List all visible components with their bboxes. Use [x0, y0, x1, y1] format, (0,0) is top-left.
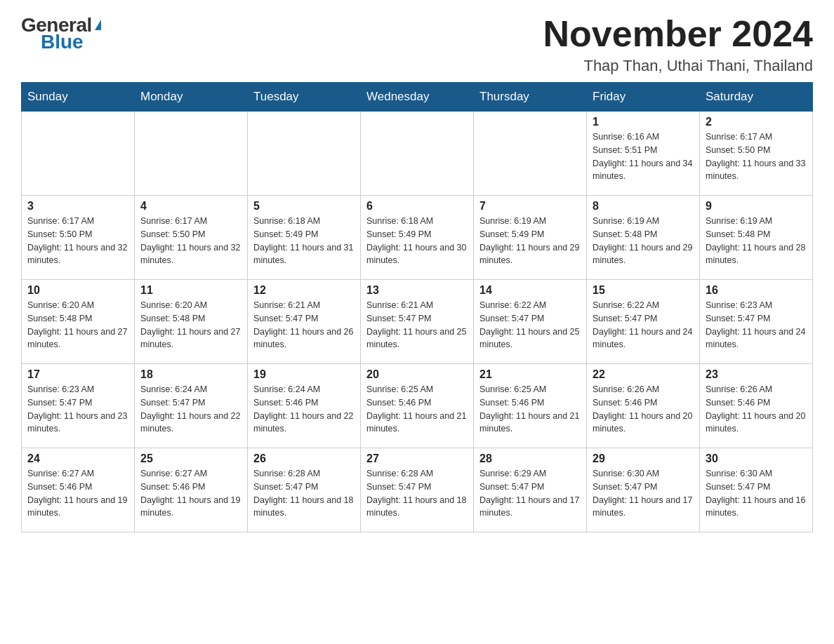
calendar-cell: 21Sunrise: 6:25 AMSunset: 5:46 PMDayligh… [474, 364, 587, 448]
day-sun-info: Sunrise: 6:23 AMSunset: 5:47 PMDaylight:… [27, 383, 128, 436]
calendar-cell: 30Sunrise: 6:30 AMSunset: 5:47 PMDayligh… [700, 448, 813, 532]
day-number: 14 [479, 284, 581, 297]
day-sun-info: Sunrise: 6:25 AMSunset: 5:46 PMDaylight:… [366, 383, 468, 436]
day-sun-info: Sunrise: 6:18 AMSunset: 5:49 PMDaylight:… [366, 215, 468, 267]
day-sun-info: Sunrise: 6:23 AMSunset: 5:47 PMDaylight:… [706, 299, 807, 351]
week-row-4: 17Sunrise: 6:23 AMSunset: 5:47 PMDayligh… [22, 364, 813, 448]
day-sun-info: Sunrise: 6:16 AMSunset: 5:51 PMDaylight:… [593, 130, 694, 183]
calendar-cell: 1Sunrise: 6:16 AMSunset: 5:51 PMDaylight… [587, 112, 700, 196]
logo-triangle-icon [95, 20, 101, 30]
calendar-cell: 8Sunrise: 6:19 AMSunset: 5:48 PMDaylight… [587, 196, 700, 280]
day-sun-info: Sunrise: 6:17 AMSunset: 5:50 PMDaylight:… [140, 215, 241, 267]
calendar-cell: 2Sunrise: 6:17 AMSunset: 5:50 PMDaylight… [700, 112, 813, 196]
calendar-cell [248, 112, 361, 196]
day-sun-info: Sunrise: 6:26 AMSunset: 5:46 PMDaylight:… [593, 383, 694, 436]
week-row-1: 1Sunrise: 6:16 AMSunset: 5:51 PMDaylight… [22, 112, 813, 196]
day-sun-info: Sunrise: 6:22 AMSunset: 5:47 PMDaylight:… [479, 299, 581, 351]
day-sun-info: Sunrise: 6:25 AMSunset: 5:46 PMDaylight:… [479, 383, 581, 436]
calendar-table: SundayMondayTuesdayWednesdayThursdayFrid… [21, 82, 813, 532]
day-sun-info: Sunrise: 6:18 AMSunset: 5:49 PMDaylight:… [253, 215, 355, 267]
calendar-cell: 11Sunrise: 6:20 AMSunset: 5:48 PMDayligh… [135, 280, 248, 364]
calendar-cell [135, 112, 248, 196]
calendar-cell: 6Sunrise: 6:18 AMSunset: 5:49 PMDaylight… [361, 196, 474, 280]
day-sun-info: Sunrise: 6:20 AMSunset: 5:48 PMDaylight:… [27, 299, 128, 351]
calendar-cell: 27Sunrise: 6:28 AMSunset: 5:47 PMDayligh… [361, 448, 474, 532]
header-tuesday: Tuesday [248, 83, 361, 112]
calendar-cell: 22Sunrise: 6:26 AMSunset: 5:46 PMDayligh… [587, 364, 700, 448]
calendar-cell: 20Sunrise: 6:25 AMSunset: 5:46 PMDayligh… [361, 364, 474, 448]
day-sun-info: Sunrise: 6:17 AMSunset: 5:50 PMDaylight:… [706, 130, 807, 183]
day-sun-info: Sunrise: 6:27 AMSunset: 5:46 PMDaylight:… [140, 467, 241, 520]
week-row-3: 10Sunrise: 6:20 AMSunset: 5:48 PMDayligh… [22, 280, 813, 364]
calendar-cell: 15Sunrise: 6:22 AMSunset: 5:47 PMDayligh… [587, 280, 700, 364]
calendar-cell: 24Sunrise: 6:27 AMSunset: 5:46 PMDayligh… [22, 448, 135, 532]
calendar-cell: 9Sunrise: 6:19 AMSunset: 5:48 PMDaylight… [700, 196, 813, 280]
calendar-cell: 19Sunrise: 6:24 AMSunset: 5:46 PMDayligh… [248, 364, 361, 448]
day-sun-info: Sunrise: 6:29 AMSunset: 5:47 PMDaylight:… [479, 467, 581, 520]
calendar-cell [22, 112, 135, 196]
day-number: 22 [593, 368, 694, 381]
day-number: 20 [366, 368, 468, 381]
header-friday: Friday [587, 83, 700, 112]
day-number: 18 [140, 368, 241, 381]
day-number: 26 [253, 452, 355, 465]
day-sun-info: Sunrise: 6:28 AMSunset: 5:47 PMDaylight:… [253, 467, 355, 520]
day-sun-info: Sunrise: 6:17 AMSunset: 5:50 PMDaylight:… [27, 215, 128, 267]
day-sun-info: Sunrise: 6:22 AMSunset: 5:47 PMDaylight:… [593, 299, 694, 351]
day-number: 29 [593, 452, 694, 465]
calendar-body: 1Sunrise: 6:16 AMSunset: 5:51 PMDaylight… [22, 112, 813, 532]
day-number: 7 [479, 200, 581, 213]
day-number: 8 [593, 200, 694, 213]
day-number: 10 [27, 284, 128, 297]
day-number: 5 [253, 200, 355, 213]
calendar-header: SundayMondayTuesdayWednesdayThursdayFrid… [22, 83, 813, 112]
day-sun-info: Sunrise: 6:24 AMSunset: 5:46 PMDaylight:… [253, 383, 355, 436]
calendar-cell: 5Sunrise: 6:18 AMSunset: 5:49 PMDaylight… [248, 196, 361, 280]
day-sun-info: Sunrise: 6:27 AMSunset: 5:46 PMDaylight:… [27, 467, 128, 520]
day-sun-info: Sunrise: 6:19 AMSunset: 5:48 PMDaylight:… [706, 215, 807, 267]
calendar-cell [474, 112, 587, 196]
calendar-cell: 26Sunrise: 6:28 AMSunset: 5:47 PMDayligh… [248, 448, 361, 532]
day-sun-info: Sunrise: 6:28 AMSunset: 5:47 PMDaylight:… [366, 467, 468, 520]
day-number: 17 [27, 368, 128, 381]
day-number: 12 [253, 284, 355, 297]
calendar-cell: 3Sunrise: 6:17 AMSunset: 5:50 PMDaylight… [22, 196, 135, 280]
calendar-cell: 16Sunrise: 6:23 AMSunset: 5:47 PMDayligh… [700, 280, 813, 364]
week-row-5: 24Sunrise: 6:27 AMSunset: 5:46 PMDayligh… [22, 448, 813, 532]
calendar-cell: 17Sunrise: 6:23 AMSunset: 5:47 PMDayligh… [22, 364, 135, 448]
calendar-cell: 4Sunrise: 6:17 AMSunset: 5:50 PMDaylight… [135, 196, 248, 280]
day-number: 24 [27, 452, 128, 465]
day-sun-info: Sunrise: 6:21 AMSunset: 5:47 PMDaylight:… [253, 299, 355, 351]
day-sun-info: Sunrise: 6:21 AMSunset: 5:47 PMDaylight:… [366, 299, 468, 351]
day-number: 2 [706, 116, 807, 128]
header-monday: Monday [135, 83, 248, 112]
calendar-cell: 14Sunrise: 6:22 AMSunset: 5:47 PMDayligh… [474, 280, 587, 364]
title-block: November 2024 Thap Than, Uthai Thani, Th… [543, 14, 813, 75]
day-number: 21 [479, 368, 581, 381]
day-sun-info: Sunrise: 6:20 AMSunset: 5:48 PMDaylight:… [140, 299, 241, 351]
header-thursday: Thursday [474, 83, 587, 112]
day-number: 6 [366, 200, 468, 213]
logo: General Blue [21, 14, 101, 53]
calendar-cell: 7Sunrise: 6:19 AMSunset: 5:49 PMDaylight… [474, 196, 587, 280]
calendar-cell: 23Sunrise: 6:26 AMSunset: 5:46 PMDayligh… [700, 364, 813, 448]
day-number: 13 [366, 284, 468, 297]
location-subtitle: Thap Than, Uthai Thani, Thailand [543, 57, 813, 75]
day-number: 19 [253, 368, 355, 381]
day-number: 30 [706, 452, 807, 465]
page-header: General Blue November 2024 Thap Than, Ut… [21, 14, 813, 75]
calendar-cell [361, 112, 474, 196]
day-sun-info: Sunrise: 6:24 AMSunset: 5:47 PMDaylight:… [140, 383, 241, 436]
day-number: 23 [706, 368, 807, 381]
header-wednesday: Wednesday [361, 83, 474, 112]
day-number: 16 [706, 284, 807, 297]
calendar-cell: 12Sunrise: 6:21 AMSunset: 5:47 PMDayligh… [248, 280, 361, 364]
day-number: 28 [479, 452, 581, 465]
calendar-cell: 13Sunrise: 6:21 AMSunset: 5:47 PMDayligh… [361, 280, 474, 364]
calendar-cell: 28Sunrise: 6:29 AMSunset: 5:47 PMDayligh… [474, 448, 587, 532]
header-sunday: Sunday [22, 83, 135, 112]
day-number: 4 [140, 200, 241, 213]
day-number: 9 [706, 200, 807, 213]
month-year-title: November 2024 [543, 14, 813, 54]
day-number: 15 [593, 284, 694, 297]
